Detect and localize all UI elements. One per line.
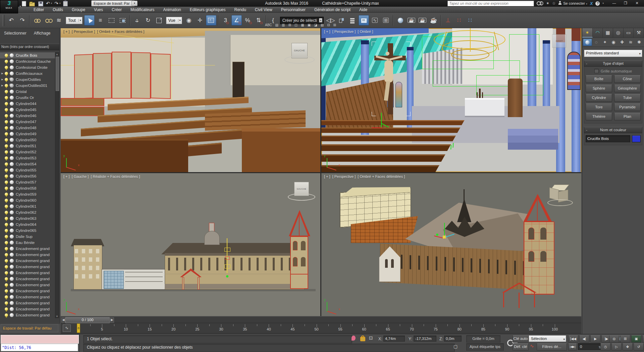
split-window-icon[interactable]: ◫: [294, 22, 298, 28]
explorer-item-cylindre056-20[interactable]: Cylindre056: [0, 173, 55, 179]
scroll-up-icon[interactable]: ▲: [55, 53, 59, 55]
explorer-item-cylindre061-25[interactable]: Cylindre061: [0, 203, 55, 209]
explorer-item-encadrement-grand-37[interactable]: Encadrement grand: [0, 276, 55, 282]
visibility-bulb-icon[interactable]: [5, 199, 8, 202]
time-slider-next-icon[interactable]: ▶: [110, 317, 114, 323]
visibility-bulb-icon[interactable]: [5, 241, 8, 244]
tab-utilities[interactable]: ⚒: [634, 28, 644, 38]
schematic-view-icon[interactable]: ⊞: [381, 15, 391, 26]
hatch-window-icon[interactable]: ▧: [321, 22, 324, 28]
expand-arrow-icon[interactable]: ▶: [0, 72, 5, 75]
primitive-button-pyramide[interactable]: Pyramide: [614, 103, 641, 111]
explorer-item-conff-ciaunaux-3[interactable]: ▶Confféciaunaux: [0, 70, 55, 77]
viewport-bottom-left[interactable]: GAUCHE [ + ] [ Gauche ] [ Réaliste + Fac…: [61, 173, 320, 316]
sub-helpers[interactable]: ✚: [618, 39, 626, 46]
close-button[interactable]: ✕: [631, 0, 643, 6]
rendered-frame-icon[interactable]: ☕: [417, 15, 428, 26]
zoom-extents-selected-icon[interactable]: ▣: [631, 335, 641, 343]
visibility-bulb-icon[interactable]: [5, 174, 8, 178]
play-icon[interactable]: ▶: [590, 335, 600, 343]
viewport-menu-view[interactable]: [ Perspective ]: [332, 30, 356, 34]
grid-points-toolbar-icon[interactable]: ∷: [465, 15, 475, 26]
snap-3d-icon[interactable]: 3: [220, 15, 231, 26]
explorer-item-cylindre062-26[interactable]: Cylindre062: [0, 209, 55, 215]
visibility-bulb-icon[interactable]: [5, 271, 8, 274]
viewport-menu-shading[interactable]: [ Réaliste + Faces délimitées ]: [91, 174, 140, 179]
auto-key-button[interactable]: Clé auto: [513, 335, 529, 343]
selection-set-dropdown[interactable]: Sélection: [529, 335, 566, 342]
viewport-top-left[interactable]: GAUCHE [ + ] [ Perspective ] [ Ombré + F…: [61, 28, 320, 172]
visibility-bulb-icon[interactable]: [5, 96, 8, 99]
visibility-bulb-icon[interactable]: [5, 247, 8, 250]
visibility-bulb-icon[interactable]: [5, 120, 8, 123]
expand-arrow-icon[interactable]: ▶: [0, 78, 5, 81]
explorer-item-coupe-ostilles-4[interactable]: ▶Coupe/Ostilles: [0, 77, 55, 83]
visibility-bulb-icon[interactable]: [5, 265, 8, 268]
minimize-button[interactable]: —: [608, 0, 620, 6]
explorer-item-cylindre047-11[interactable]: Cylindre047: [0, 119, 55, 125]
select-object-icon[interactable]: ▶: [84, 15, 95, 26]
communicator-icon[interactable]: [352, 336, 356, 341]
explorer-item-cylindre057-21[interactable]: Cylindre057: [0, 179, 55, 185]
explorer-item-cylindre064-28[interactable]: Cylindre064: [0, 221, 55, 228]
window-crossing-icon[interactable]: [117, 15, 128, 26]
visibility-bulb-icon[interactable]: [5, 72, 8, 75]
undo-icon[interactable]: ↶: [6, 15, 16, 26]
favorites-star-icon[interactable]: ☆: [552, 1, 556, 6]
visibility-bulb-icon[interactable]: [5, 283, 8, 287]
selection-lock-icon[interactable]: [360, 337, 365, 342]
explorer-item-eau-b-nite-31[interactable]: Eau Bénite: [0, 240, 55, 246]
visibility-bulb-icon[interactable]: [5, 253, 8, 256]
tab-hierarchy[interactable]: ▦: [603, 28, 613, 38]
explorer-menu-select[interactable]: Sélectionner: [4, 31, 26, 36]
primitive-button-tube[interactable]: Tube: [614, 94, 641, 102]
unlink-icon[interactable]: [43, 15, 53, 26]
rename-objects-icon[interactable]: ABC: [265, 22, 272, 28]
visibility-bulb-icon[interactable]: [5, 138, 8, 142]
menu-aide[interactable]: Aide: [359, 7, 367, 12]
sign-in-button[interactable]: Se connecter ▾: [558, 1, 587, 6]
visibility-bulb-icon[interactable]: [5, 66, 8, 69]
explorer-item-confesional-droite-2[interactable]: Confesional Droite: [0, 64, 55, 70]
visibility-bulb-icon[interactable]: [5, 90, 8, 93]
visibility-bulb-icon[interactable]: [5, 60, 8, 63]
explorer-item-cylindre054-18[interactable]: Cylindre054: [0, 161, 55, 167]
render-setup-icon[interactable]: ☕: [406, 15, 417, 26]
time-tag-button[interactable]: Ajout étiquette tps: [466, 343, 504, 351]
explorer-item-cylindre063-27[interactable]: Cylindre063: [0, 215, 55, 221]
primitive-button-bo-te[interactable]: Boîte: [586, 75, 612, 83]
angle-snap-icon[interactable]: ∠: [231, 15, 242, 26]
explorer-column-header[interactable]: Nom (triés par ordre croissant): [0, 44, 59, 50]
explorer-item-cylindre060-24[interactable]: Cylindre060: [0, 197, 55, 203]
grid-window-icon[interactable]: ⊞: [288, 22, 291, 28]
explorer-item-cylindre044-8[interactable]: Cylindre044: [0, 101, 55, 107]
menu-groupe[interactable]: Groupe: [72, 7, 85, 12]
application-menu-button[interactable]: 3 MAX ▾: [0, 0, 18, 13]
scale-icon[interactable]: [154, 15, 164, 26]
toolbar-handle[interactable]: [2, 15, 5, 26]
rotate-icon[interactable]: ↻: [143, 15, 153, 26]
visibility-bulb-icon[interactable]: [5, 126, 8, 130]
viewport-menu-view[interactable]: [ Perspective ]: [332, 174, 356, 179]
name-color-rollout-header[interactable]: - Nom et couleur: [584, 127, 642, 133]
material-editor-icon[interactable]: [395, 15, 406, 26]
category-dropdown[interactable]: Primitives standard: [584, 50, 642, 57]
list-window-icon[interactable]: ▦: [301, 22, 304, 28]
keyboard-override-icon[interactable]: [206, 15, 216, 26]
visibility-bulb-icon[interactable]: [5, 181, 8, 184]
menu-editeurs-graphiques[interactable]: Editeurs graphiques: [190, 7, 226, 12]
vscroll-thumb[interactable]: [56, 57, 59, 91]
visibility-bulb-icon[interactable]: [5, 211, 8, 214]
visibility-bulb-icon[interactable]: [5, 78, 8, 81]
zoom-region-icon[interactable]: ◫: [642, 335, 644, 343]
visibility-bulb-icon[interactable]: [5, 289, 8, 293]
explorer-item-conf-cional-gauche-1[interactable]: Confécional Gauche: [0, 58, 55, 64]
play-selected-icon[interactable]: ▷: [611, 343, 622, 351]
explorer-vertical-scrollbar[interactable]: ▲ ▼: [55, 52, 59, 318]
object-type-rollout-header[interactable]: - Type d'objet: [584, 60, 642, 67]
scroll-down-icon[interactable]: ▼: [55, 315, 59, 317]
viewcube-bottom-left[interactable]: GAUCHE: [294, 182, 315, 201]
viewcube-top-left[interactable]: GAUCHE: [291, 43, 315, 64]
absolute-offset-icon[interactable]: ⊡: [369, 335, 373, 341]
explorer-item-cylindre065-29[interactable]: Cylindre065: [0, 228, 55, 234]
